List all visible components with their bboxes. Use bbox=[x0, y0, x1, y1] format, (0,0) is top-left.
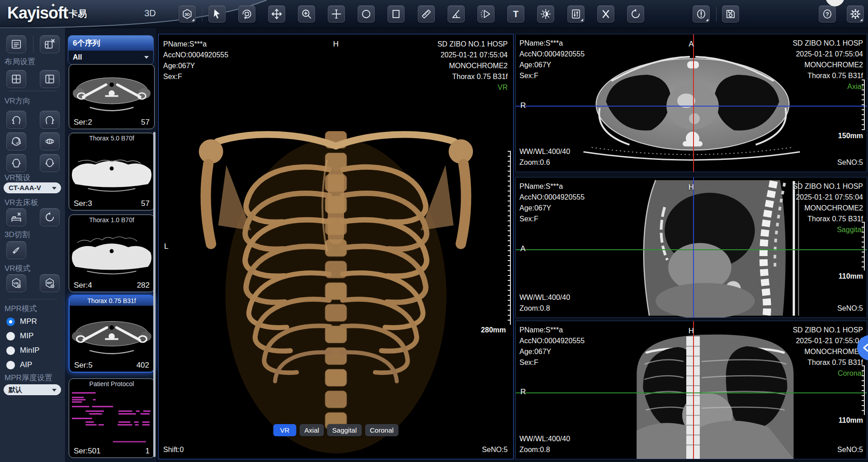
vr-view-top-button[interactable] bbox=[6, 132, 26, 150]
cursor-icon bbox=[211, 8, 223, 20]
series-thumbnail-ser501[interactable]: Patient Protocol Ser:501 1 bbox=[69, 378, 155, 458]
tool-text-annotation-button[interactable]: T bbox=[507, 5, 524, 23]
mpr-thickness-value: 默认 bbox=[9, 386, 22, 393]
tool-angle-button[interactable] bbox=[448, 5, 465, 23]
view-type-label: Saggital bbox=[793, 224, 863, 235]
orientation-marker-top: H bbox=[333, 40, 339, 49]
teeth-jaw-icon bbox=[44, 135, 56, 147]
vr-preset-select[interactable]: CT-AAA-V bbox=[4, 182, 61, 193]
view-switch-coronal-button[interactable]: Coronal bbox=[365, 424, 399, 436]
patient-info-overlay: PName:S***aAccNO:0004920555 Age:067YSex:… bbox=[163, 39, 228, 82]
tool-ruler-button[interactable] bbox=[418, 5, 435, 23]
tool-cobb-angle-button[interactable] bbox=[477, 5, 495, 23]
viewport-vr[interactable]: PName:S***aAccNO:0004920555 Age:067YSex:… bbox=[158, 34, 514, 459]
series-thumbnail-ser5-selected[interactable]: Thorax 0.75 B31f Ser:5 402 bbox=[69, 295, 155, 373]
series-number-overlay: SeNO:5 bbox=[482, 444, 508, 455]
orientation-marker-top: H bbox=[689, 327, 694, 336]
tool-pan-button[interactable] bbox=[268, 5, 285, 23]
tool-crosshair-button[interactable] bbox=[328, 5, 345, 23]
mpr-thickness-select[interactable]: 默认 bbox=[4, 384, 61, 395]
tool-ellipse-roi-button[interactable] bbox=[358, 5, 375, 23]
view-switch-axial-button[interactable]: Axial bbox=[299, 424, 324, 436]
tool-delete-button[interactable] bbox=[597, 5, 614, 23]
series-list-toggle-button[interactable] bbox=[6, 35, 26, 53]
mpr-mode-radio-mip[interactable]: MIP bbox=[6, 331, 33, 341]
mpr-mode-radio-mpr[interactable]: MPR bbox=[6, 317, 37, 327]
series-filter-select[interactable]: All bbox=[68, 51, 153, 64]
svg-text:3D: 3D bbox=[184, 12, 190, 17]
scalpel-icon bbox=[10, 244, 22, 256]
vr-view-left-button[interactable] bbox=[6, 111, 26, 129]
svg-text:?: ? bbox=[826, 11, 829, 18]
dropdown-corner bbox=[706, 19, 708, 21]
help-button[interactable]: ? bbox=[819, 5, 836, 23]
cut-3d-button[interactable] bbox=[6, 241, 26, 259]
orientation-marker-left: R bbox=[520, 387, 526, 397]
radio-icon bbox=[6, 332, 15, 341]
viewport-axial[interactable]: PName:S***aAccNO:0004920555 Age:067YSex:… bbox=[515, 34, 867, 172]
bed-remove-icon bbox=[10, 211, 22, 223]
axial-slice-thumbnail-image bbox=[70, 306, 154, 360]
layout-section-label: 布局设置 bbox=[5, 56, 35, 67]
tool-cursor-button[interactable] bbox=[208, 5, 226, 23]
tool-zoom-button[interactable] bbox=[298, 5, 315, 23]
scale-label: 110mm bbox=[839, 416, 863, 425]
image-count: 402 bbox=[137, 361, 149, 370]
layout-split-button[interactable] bbox=[40, 70, 60, 88]
reset-bed-button[interactable] bbox=[40, 208, 60, 226]
vr-mode-mip-button[interactable]: MIP bbox=[40, 274, 60, 292]
vr-view-back-button[interactable] bbox=[6, 154, 26, 172]
square-icon bbox=[390, 8, 402, 20]
image-count: 57 bbox=[141, 118, 150, 127]
series-thumbnail-ser3[interactable]: Thorax 5.0 B70f Ser:3 57 bbox=[69, 133, 155, 210]
viewport-coronal[interactable]: PName:S***aAccNO:0004920555 Age:067YSex:… bbox=[515, 321, 867, 459]
vr-view-right-button[interactable] bbox=[40, 111, 60, 129]
tool-window-level-button[interactable] bbox=[537, 5, 554, 23]
tool-rect-roi-button[interactable] bbox=[387, 5, 405, 23]
reset-rotate-icon bbox=[44, 211, 56, 223]
viewport-sagittal[interactable]: PName:S***aAccNO:0004920555 Age:067YSex:… bbox=[515, 177, 867, 318]
series-number: Ser:5 bbox=[74, 361, 93, 370]
top-toolbar: Kayisoft卡易✦ 3D 3D bbox=[0, 0, 868, 28]
series-scrollbar[interactable] bbox=[153, 132, 156, 457]
tool-3d-render-mode-button[interactable]: 3D bbox=[179, 5, 196, 23]
tool-save-button[interactable] bbox=[722, 5, 739, 23]
series-title: Patient Protocol bbox=[69, 379, 154, 389]
reset-rotate-icon bbox=[630, 8, 642, 20]
view-switch-buttons: VR Axial Saggital Coronal bbox=[273, 424, 398, 436]
tool-warning-button[interactable] bbox=[693, 5, 710, 23]
layout-grid-button[interactable] bbox=[6, 70, 26, 88]
vr-mode-vr-button[interactable]: VR bbox=[6, 274, 26, 292]
view-type-label: VR bbox=[437, 82, 508, 93]
patient-info-overlay: PName:S***aAccNO:0004920555 Age:067YSex:… bbox=[519, 325, 585, 368]
vr-render-image bbox=[159, 34, 513, 459]
sidebar-rule bbox=[9, 299, 57, 299]
series-thumbnail-ser2[interactable]: Ser:2 57 bbox=[69, 64, 155, 129]
ruler-icon bbox=[420, 8, 432, 20]
vr-view-front-button[interactable] bbox=[40, 154, 60, 172]
app-logo-cn: 卡易 bbox=[69, 9, 87, 19]
series-thumbnail-ser4[interactable]: Thorax 1.0 B70f Ser:4 282 bbox=[69, 215, 155, 292]
tool-adjustments-button[interactable] bbox=[567, 5, 585, 23]
patient-info-overlay: PName:S***aAccNO:0004920555 Age:067YSex:… bbox=[519, 38, 585, 81]
orientation-marker-top: H bbox=[689, 183, 694, 192]
mpr-mode-radio-minip[interactable]: MinIP bbox=[6, 345, 39, 355]
view-switch-saggital-button[interactable]: Saggital bbox=[327, 424, 362, 436]
sun-brightness-icon bbox=[540, 8, 552, 20]
view-switch-vr-button[interactable]: VR bbox=[273, 424, 296, 436]
head-top-icon bbox=[10, 135, 22, 147]
remove-bed-button[interactable] bbox=[6, 208, 26, 226]
svg-text:MIP: MIP bbox=[47, 281, 52, 285]
vr-view-jaw-button[interactable] bbox=[40, 132, 60, 150]
close-layout-button[interactable] bbox=[40, 35, 60, 53]
mpr-mode-radio-aip[interactable]: AIP bbox=[6, 360, 32, 370]
left-sidebar: 布局设置 VR方向 bbox=[0, 28, 66, 462]
tool-rotate-3d-button[interactable] bbox=[238, 5, 255, 23]
circle-icon bbox=[360, 8, 372, 20]
settings-button[interactable] bbox=[847, 5, 864, 23]
tool-reset-button[interactable] bbox=[627, 5, 644, 23]
series-count-header: 6个序列 bbox=[68, 36, 153, 51]
list-panel-icon bbox=[10, 38, 22, 50]
study-info-overlay: SD ZIBO NO.1 HOSP2025-01-21 07:55:04 MON… bbox=[793, 181, 863, 235]
scale-label: 150mm bbox=[838, 132, 863, 140]
